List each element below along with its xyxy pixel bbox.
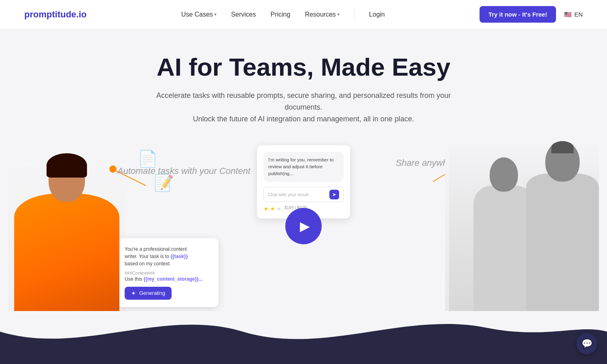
nav-services[interactable]: Services: [231, 11, 256, 18]
try-now-button[interactable]: Try it now - It's Free!: [480, 6, 556, 23]
chat-bubble: I'm writing for you, remember to review …: [263, 152, 344, 182]
chat-icon: 💬: [582, 339, 592, 349]
hero-visual: 📄 📋 📄 📝 📄 📋 📄: [8, 141, 599, 311]
person-right-image: [445, 141, 599, 311]
star-1: ★: [263, 205, 269, 212]
label-automate: Automate tasks with your Content: [117, 165, 250, 177]
chat-input-placeholder: Chat with your result...: [268, 192, 326, 197]
orange-dot-left: [109, 165, 117, 173]
chevron-down-icon: ▾: [337, 12, 340, 17]
flag-icon: 🇺🇸: [564, 11, 572, 18]
chat-input-row[interactable]: Chat with your result... ➤: [263, 187, 344, 202]
star-2: ★: [270, 205, 275, 212]
chat-send-button[interactable]: ➤: [329, 190, 339, 199]
person-left-image: [8, 149, 125, 311]
nav-use-cases[interactable]: Use Cases ▾: [181, 11, 216, 18]
language-selector[interactable]: 🇺🇸 EN: [564, 11, 583, 18]
logo[interactable]: promptitude.io: [24, 9, 87, 20]
hero-section: AI for Teams, Made Easy Accelerate tasks…: [0, 29, 607, 364]
play-icon: ▶: [300, 218, 310, 234]
chevron-down-icon: ▾: [214, 12, 216, 17]
login-button[interactable]: Login: [369, 11, 385, 18]
play-button[interactable]: ▶: [285, 208, 322, 244]
prompt-variable-task: {{task}}: [170, 254, 188, 259]
send-icon: ➤: [332, 192, 336, 197]
nav-links: Use Cases ▾ Services Pricing Resources ▾…: [181, 9, 385, 20]
star-3: ★: [276, 205, 282, 212]
nav-divider: [354, 9, 354, 20]
lang-code: EN: [574, 11, 583, 18]
support-chat-button[interactable]: 💬: [576, 333, 597, 354]
logo-text: promptitude.io: [24, 9, 87, 20]
generating-button[interactable]: ✦ Generating: [125, 287, 172, 300]
prompt-variable-content: {{my_content_storage}}...: [144, 276, 203, 282]
prompt-card: You're a professional contentwriter. You…: [117, 238, 219, 307]
hero-subtitle: Accelerate tasks with reusable prompts, …: [154, 90, 453, 125]
hero-title: AI for Teams, Made Easy: [8, 53, 599, 81]
ai-icon: ✦: [131, 290, 136, 296]
prompt-comment: ###Context###: [125, 271, 211, 275]
nav-right: Try it now - It's Free! 🇺🇸 EN: [480, 6, 583, 23]
navbar: promptitude.io Use Cases ▾ Services Pric…: [0, 0, 607, 29]
nav-pricing[interactable]: Pricing: [270, 11, 290, 18]
nav-resources[interactable]: Resources ▾: [305, 11, 339, 18]
